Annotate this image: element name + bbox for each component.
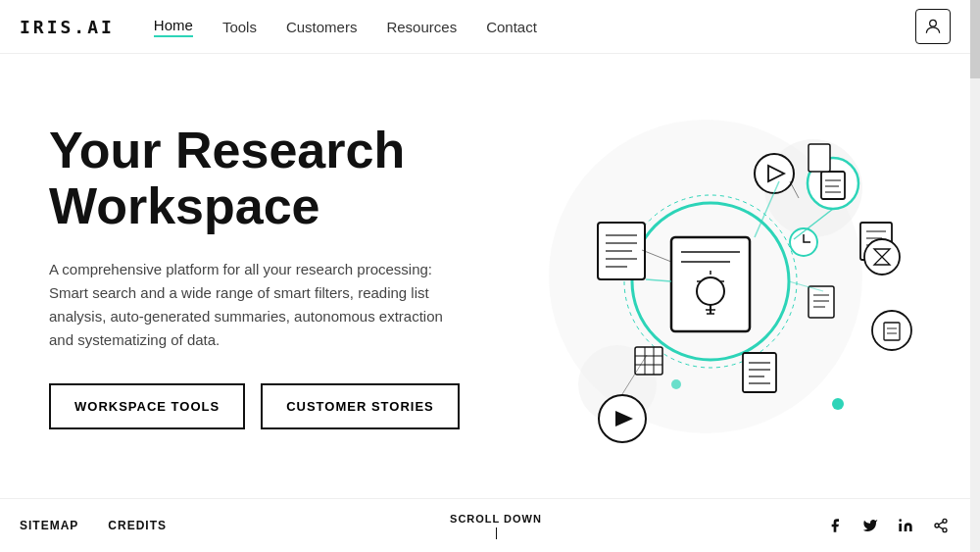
scroll-down-label: SCROLL DOWN	[450, 513, 542, 525]
svg-line-70	[939, 527, 944, 529]
main-content: Your Research Workspace A comprehensive …	[0, 54, 970, 498]
logo: IRIS.AI	[20, 17, 115, 37]
hero-title: Your Research Workspace	[49, 123, 461, 234]
footer-left: SITEMAP CREDITS	[20, 519, 167, 532]
nav-customers[interactable]: Customers	[286, 19, 358, 35]
nav-resources[interactable]: Resources	[386, 19, 457, 35]
svg-rect-42	[635, 347, 662, 375]
svg-rect-37	[884, 323, 900, 340]
social-links	[825, 516, 951, 535]
svg-point-69	[943, 528, 947, 532]
nav-home[interactable]: Home	[154, 17, 193, 37]
svg-rect-23	[821, 172, 845, 199]
nav-contact[interactable]: Contact	[486, 19, 537, 35]
user-account-icon[interactable]	[915, 9, 951, 44]
main-nav: Home Tools Customers Resources Contact	[154, 17, 915, 37]
scrollbar-thumb[interactable]	[970, 0, 980, 78]
share-icon[interactable]	[931, 516, 951, 535]
customer-stories-button[interactable]: CUSTOMER STORIES	[261, 383, 460, 429]
credits-link[interactable]: CREDITS	[108, 519, 167, 532]
svg-point-29	[755, 154, 794, 193]
illustration-svg	[470, 71, 941, 482]
workspace-tools-button[interactable]: WORKSPACE TOOLS	[49, 383, 245, 429]
header: IRIS.AI Home Tools Customers Resources C…	[0, 0, 970, 54]
svg-point-0	[930, 20, 937, 26]
scroll-down-line	[496, 527, 497, 539]
sitemap-link[interactable]: SITEMAP	[20, 519, 78, 532]
footer: SITEMAP CREDITS SCROLL DOWN	[0, 498, 970, 552]
svg-rect-41	[808, 144, 830, 172]
svg-point-58	[671, 379, 681, 389]
twitter-icon[interactable]	[860, 516, 880, 535]
cta-buttons: WORKSPACE TOOLS CUSTOMER STORIES	[49, 383, 461, 429]
hero-description: A comprehensive platform for all your re…	[49, 258, 461, 352]
hero-section: Your Research Workspace A comprehensive …	[0, 123, 461, 429]
facebook-icon[interactable]	[825, 516, 845, 535]
svg-point-57	[832, 398, 844, 410]
svg-point-67	[943, 519, 947, 523]
scrollbar[interactable]	[970, 0, 980, 552]
hero-illustration	[461, 54, 951, 498]
nav-tools[interactable]: Tools	[222, 19, 257, 35]
linkedin-icon[interactable]	[896, 516, 915, 535]
scroll-down: SCROLL DOWN	[167, 513, 825, 539]
svg-rect-51	[743, 353, 776, 392]
svg-point-68	[935, 524, 939, 527]
svg-line-71	[939, 522, 944, 525]
svg-point-66	[899, 519, 902, 522]
